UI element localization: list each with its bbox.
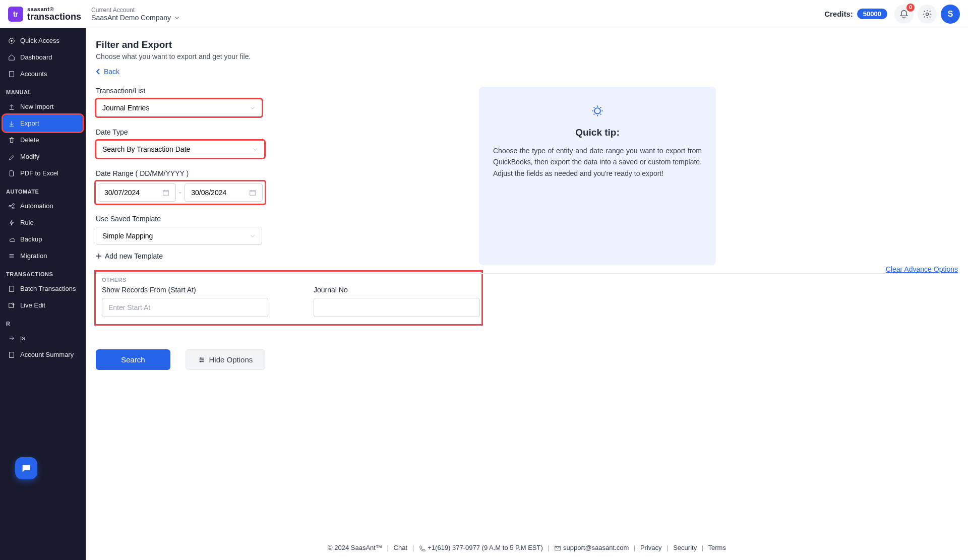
sidebar-item-label: Account Summary <box>20 351 74 358</box>
add-template-label: Add new Template <box>105 252 163 260</box>
divider <box>96 273 958 274</box>
sidebar-item-more[interactable]: ts <box>0 330 86 346</box>
select-date-type[interactable]: Search By Transaction Date <box>96 140 265 158</box>
chevron-down-icon <box>250 105 256 111</box>
sidebar-item-accounts[interactable]: Accounts <box>0 66 86 82</box>
sidebar-item-label: Dashboard <box>20 53 52 61</box>
sidebar-item-automation[interactable]: Automation <box>0 198 86 214</box>
sidebar-item-label: ts <box>20 334 25 342</box>
cloud-download-icon <box>8 236 15 243</box>
calendar-icon <box>249 189 256 196</box>
back-link[interactable]: Back <box>96 68 119 76</box>
sidebar-item-label: Automation <box>20 202 53 210</box>
journal-no-input[interactable] <box>314 298 480 317</box>
sidebar-item-backup[interactable]: Backup <box>0 231 86 247</box>
clear-advance-link[interactable]: Clear Advance Options <box>886 265 958 273</box>
sidebar-item-label: Quick Access <box>20 37 59 44</box>
chat-fab[interactable] <box>15 457 37 479</box>
chevron-left-icon <box>96 68 101 75</box>
svg-rect-8 <box>9 303 14 307</box>
label-date-type: Date Type <box>96 128 459 136</box>
lightning-icon <box>8 219 15 226</box>
svg-rect-7 <box>10 286 14 291</box>
target-icon <box>8 37 15 44</box>
user-avatar[interactable]: S <box>941 5 960 24</box>
svg-rect-10 <box>163 191 169 196</box>
footer-security-link[interactable]: Security <box>673 544 697 551</box>
download-icon <box>8 120 15 127</box>
search-button[interactable]: Search <box>96 349 170 370</box>
sidebar-heading-automate: AUTOMATE <box>0 181 86 198</box>
footer-copyright: © 2024 SaasAnt™ <box>328 544 382 551</box>
svg-rect-3 <box>10 71 14 77</box>
sidebar-item-live-edit[interactable]: Live Edit <box>0 297 86 314</box>
document-icon <box>8 285 15 292</box>
page-subtitle: Choose what you want to export and get y… <box>96 52 958 60</box>
sidebar-item-label: Export <box>20 119 39 127</box>
chevron-down-icon <box>250 233 256 239</box>
date-from-input[interactable]: 30/07/2024 <box>98 183 176 202</box>
sidebar-item-modify[interactable]: Modify <box>0 148 86 165</box>
credits-label: Credits: <box>824 10 853 18</box>
upload-icon <box>8 103 15 110</box>
back-label: Back <box>104 68 119 76</box>
footer-privacy-link[interactable]: Privacy <box>640 544 662 551</box>
edit-icon <box>8 302 15 309</box>
sidebar-item-delete[interactable]: Delete <box>0 132 86 148</box>
start-at-input[interactable] <box>102 298 268 317</box>
svg-point-4 <box>9 205 11 207</box>
sidebar-item-label: PDF to Excel <box>20 169 58 177</box>
phone-icon <box>419 545 426 552</box>
date-to-value: 30/08/2024 <box>191 189 226 197</box>
notifications-button[interactable]: 0 <box>894 5 914 24</box>
date-range-group: 30/07/2024 - 30/08/2024 <box>96 181 265 204</box>
sliders-icon <box>198 356 205 363</box>
plus-icon <box>96 253 102 259</box>
svg-point-13 <box>200 357 201 359</box>
footer-terms-link[interactable]: Terms <box>708 544 726 551</box>
sidebar-item-migration[interactable]: Migration <box>0 247 86 264</box>
sidebar: Quick Access Dashboard Accounts MANUAL N… <box>0 28 86 560</box>
select-template[interactable]: Simple Mapping <box>96 227 262 245</box>
settings-button[interactable] <box>918 5 937 24</box>
svg-rect-11 <box>250 191 256 196</box>
sidebar-item-label: Rule <box>20 219 34 226</box>
sidebar-item-label: Backup <box>20 235 42 243</box>
quick-tip-card: Quick tip: Choose the type of entity and… <box>479 87 716 265</box>
sidebar-item-pdf-excel[interactable]: PDF to Excel <box>0 165 86 181</box>
sidebar-item-label: New Import <box>20 103 53 110</box>
sidebar-item-label: Delete <box>20 136 39 144</box>
logo-bottom-text: transactions <box>27 12 81 21</box>
chevron-down-icon <box>252 146 258 152</box>
sidebar-item-dashboard[interactable]: Dashboard <box>0 49 86 66</box>
date-from-value: 30/07/2024 <box>104 189 140 197</box>
main-panel: Filter and Export Choose what you want t… <box>86 28 968 560</box>
account-name: SaasAnt Demo Company <box>91 14 171 22</box>
svg-point-14 <box>202 359 204 360</box>
sidebar-item-summary[interactable]: Account Summary <box>0 346 86 363</box>
label-start-at: Show Records From (Start At) <box>102 286 268 294</box>
hide-options-button[interactable]: Hide Options <box>186 349 266 370</box>
add-template-link[interactable]: Add new Template <box>96 252 163 260</box>
hide-options-label: Hide Options <box>209 355 253 364</box>
date-to-input[interactable]: 30/08/2024 <box>185 183 263 202</box>
select-transaction-value: Journal Entries <box>102 104 149 112</box>
notification-count: 0 <box>906 4 915 12</box>
sidebar-item-rule[interactable]: Rule <box>0 214 86 231</box>
chat-icon <box>21 463 32 474</box>
label-date-range: Date Range ( DD/MM/YYYY ) <box>96 169 459 177</box>
footer-chat-link[interactable]: Chat <box>394 544 407 551</box>
gear-icon <box>922 9 932 19</box>
share-icon <box>8 203 15 210</box>
logo[interactable]: tr saasant® transactions <box>8 7 81 22</box>
sidebar-item-export[interactable]: Export <box>3 115 83 132</box>
footer-email-link[interactable]: support@saasant.com <box>563 544 629 551</box>
footer-phone-link[interactable]: +1(619) 377-0977 (9 A.M to 5 P.M EST) <box>428 544 542 551</box>
sidebar-item-quick-access[interactable]: Quick Access <box>0 32 86 49</box>
sidebar-item-label: Modify <box>20 153 39 160</box>
account-switcher[interactable]: Current Account SaasAnt Demo Company <box>91 7 180 22</box>
sidebar-item-new-import[interactable]: New Import <box>0 98 86 115</box>
svg-point-12 <box>594 108 600 114</box>
select-transaction[interactable]: Journal Entries <box>96 99 262 117</box>
sidebar-item-batch[interactable]: Batch Transactions <box>0 280 86 297</box>
